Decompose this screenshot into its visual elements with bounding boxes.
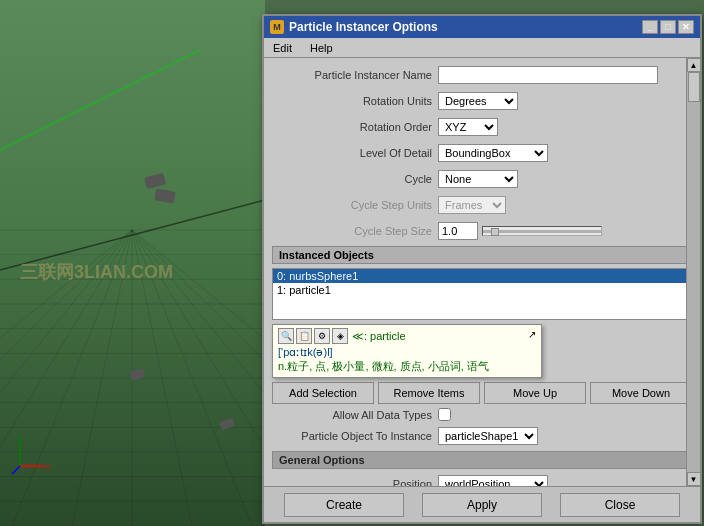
level-detail-select[interactable]: BoundingBox Full [438, 144, 548, 162]
particle-name-label: Particle Instancer Name [272, 69, 432, 81]
level-detail-control: BoundingBox Full [438, 144, 548, 162]
scroll-down-arrow[interactable]: ▼ [687, 472, 701, 486]
cycle-select[interactable]: None Sequential Random [438, 170, 518, 188]
scrollbar[interactable]: ▲ ▼ [686, 58, 700, 486]
cycle-step-units-row: Cycle Step Units Frames Seconds [272, 194, 692, 216]
particle-object-select[interactable]: particleShape1 [438, 427, 538, 445]
particle-object-label: Particle Object To Instance [272, 430, 432, 442]
slider-thumb[interactable] [491, 228, 499, 236]
tooltip-definition: n.粒子, 点, 极小量, 微粒, 质点, 小品词, 语气 [278, 359, 536, 374]
scroll-track [687, 72, 700, 472]
close-button-footer[interactable]: Close [560, 493, 680, 517]
menu-help[interactable]: Help [307, 41, 336, 55]
list-item-0[interactable]: 0: nurbsSphere1 [273, 269, 691, 283]
move-up-button[interactable]: Move Up [484, 382, 586, 404]
level-detail-row: Level Of Detail BoundingBox Full [272, 142, 692, 164]
cycle-step-size-input[interactable] [438, 222, 478, 240]
rotation-order-control: XYZ XZY YXZ YZX ZXY ZYX [438, 118, 498, 136]
allow-all-data-types-label: Allow All Data Types [272, 409, 432, 421]
cycle-step-units-control: Frames Seconds [438, 196, 506, 214]
rotation-order-row: Rotation Order XYZ XZY YXZ YZX ZXY ZYX [272, 116, 692, 138]
axis-indicator: x y z [10, 431, 55, 476]
apply-button[interactable]: Apply [422, 493, 542, 517]
menu-edit[interactable]: Edit [270, 41, 295, 55]
list-buttons: Add Selection Remove Items Move Up Move … [272, 382, 692, 404]
svg-text:z: z [10, 474, 14, 476]
svg-text:y: y [17, 432, 21, 441]
rotation-units-control: Degrees Radians [438, 92, 518, 110]
particle-object-control: particleShape1 [438, 427, 538, 445]
dialog-footer: Create Apply Close [264, 486, 700, 522]
particle-name-control [438, 66, 658, 84]
rotation-units-label: Rotation Units [272, 95, 432, 107]
position-row: Position worldPosition position [272, 473, 692, 486]
tooltip-phonetic: ['pɑːtɪk(ə)l] [278, 346, 536, 359]
cycle-row: Cycle None Sequential Random [272, 168, 692, 190]
tooltip-popup: ↗ 🔍 📋 ⚙ ◈ ≪: particle ['pɑːtɪk(ə)l] n.粒子… [272, 324, 542, 378]
list-item-1[interactable]: 1: particle1 [273, 283, 691, 297]
slider-container [482, 226, 602, 236]
tooltip-search-icon[interactable]: 🔍 [278, 328, 294, 344]
add-selection-button[interactable]: Add Selection [272, 382, 374, 404]
tooltip-search-text: ≪: particle [352, 330, 406, 343]
general-options-header: General Options [272, 451, 692, 469]
particle-object-row: Particle Object To Instance particleShap… [272, 425, 692, 447]
position-control: worldPosition position [438, 475, 548, 486]
particle-name-row: Particle Instancer Name [272, 64, 692, 86]
cycle-step-size-control [438, 222, 602, 240]
maximize-button[interactable]: □ [660, 20, 676, 34]
create-button[interactable]: Create [284, 493, 404, 517]
scroll-up-arrow[interactable]: ▲ [687, 58, 701, 72]
tooltip-settings-icon[interactable]: ⚙ [314, 328, 330, 344]
titlebar-left: M Particle Instancer Options [270, 20, 438, 34]
tooltip-close-button[interactable]: ↗ [525, 327, 539, 341]
minimize-button[interactable]: _ [642, 20, 658, 34]
cycle-step-slider[interactable] [482, 226, 602, 236]
cycle-label: Cycle [272, 173, 432, 185]
title-icon: M [270, 20, 284, 34]
rotation-units-select[interactable]: Degrees Radians [438, 92, 518, 110]
position-select[interactable]: worldPosition position [438, 475, 548, 486]
tooltip-copy-icon[interactable]: 📋 [296, 328, 312, 344]
svg-line-2 [12, 466, 20, 474]
dialog: M Particle Instancer Options _ □ ✕ Edit … [262, 14, 702, 524]
remove-items-button[interactable]: Remove Items [378, 382, 480, 404]
titlebar-buttons: _ □ ✕ [642, 20, 694, 34]
scroll-thumb[interactable] [688, 72, 700, 102]
close-button[interactable]: ✕ [678, 20, 694, 34]
position-label: Position [272, 478, 432, 486]
slider-track [483, 230, 601, 233]
allow-all-data-types-row: Allow All Data Types [272, 408, 692, 421]
rotation-units-row: Rotation Units Degrees Radians [272, 90, 692, 112]
instanced-objects-list[interactable]: 0: nurbsSphere1 1: particle1 [272, 268, 692, 320]
cycle-step-units-label: Cycle Step Units [272, 199, 432, 211]
rotation-order-select[interactable]: XYZ XZY YXZ YZX ZXY ZYX [438, 118, 498, 136]
svg-text:x: x [46, 462, 50, 471]
particle-name-input[interactable] [438, 66, 658, 84]
cycle-step-units-select[interactable]: Frames Seconds [438, 196, 506, 214]
tooltip-extra-icon[interactable]: ◈ [332, 328, 348, 344]
menubar: Edit Help [264, 38, 700, 58]
tooltip-action-icons: 🔍 📋 ⚙ ◈ [278, 328, 348, 344]
instanced-objects-header: Instanced Objects [272, 246, 692, 264]
move-down-button[interactable]: Move Down [590, 382, 692, 404]
cycle-step-size-row: Cycle Step Size [272, 220, 692, 242]
rotation-order-label: Rotation Order [272, 121, 432, 133]
cycle-control: None Sequential Random [438, 170, 518, 188]
dialog-content: Particle Instancer Name Rotation Units D… [264, 58, 700, 486]
level-detail-label: Level Of Detail [272, 147, 432, 159]
dialog-title: Particle Instancer Options [289, 20, 438, 34]
allow-all-data-types-checkbox[interactable] [438, 408, 451, 421]
cycle-step-size-label: Cycle Step Size [272, 225, 432, 237]
dialog-titlebar: M Particle Instancer Options _ □ ✕ [264, 16, 700, 38]
tooltip-header: 🔍 📋 ⚙ ◈ ≪: particle [278, 328, 536, 344]
